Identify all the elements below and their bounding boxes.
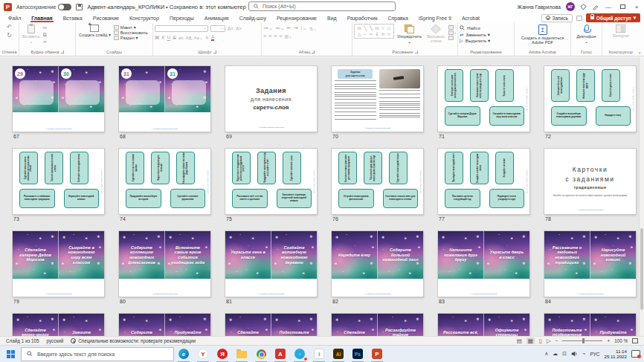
tab-transitions[interactable]: Переходы [164,13,199,22]
slide-thumbnail-80[interactable]: ❄•❄❄❄❄•❄••Соберите коллекцию новогодних … [119,231,210,297]
zoom-slider[interactable] [562,340,602,341]
pen-icon[interactable] [592,4,599,10]
slide-thumbnail-71[interactable]: Соберите коллекцию новогодних флексагоно… [438,66,529,132]
slide-thumbnail-72[interactable]: Соберите большой новогодний пазлНапишите… [544,66,636,132]
chrome-icon[interactable] [251,346,271,362]
designer-button[interactable]: Designer [611,24,631,39]
bullets-icon[interactable]: ≔⌄ [263,25,273,31]
replace-button[interactable]: ⇄Заменить ▾ [460,32,512,37]
language-indicator[interactable]: русский [47,338,64,343]
new-slide-button[interactable]: Создать слайд ▾ [77,24,112,38]
tab-draw[interactable]: Рисование [88,13,124,22]
format-painter-icon[interactable]: ⌯ [43,39,48,45]
share-button[interactable]: Общий доступ▾ [586,13,640,22]
yandex-browser-icon[interactable]: Я [213,346,232,362]
slide-thumbnail[interactable]: ❄•❄•❄❄❄❄••Сделайте открытки своими рукам… [225,314,317,336]
slide-sorter[interactable]: ❄•❄❄❄❄•❄••29❄•❄•❄❄•❄••30© Магазин педаго… [0,57,644,336]
text-direction-icon[interactable]: ⇅⌄ [309,26,317,31]
slide-thumbnail-79[interactable]: •❄❄•❄•❄❄•Сделайте галерею Дедов Морозов❄… [13,231,104,297]
powerpoint-app-icon[interactable]: P [4,3,12,11]
line-spacing-icon[interactable]: ↕⌄ [300,25,307,31]
avatar[interactable]: ЖГ [566,2,575,11]
increase-indent-icon[interactable]: ⇥ [294,25,298,31]
highlight-icon[interactable]: ✎ [205,35,209,40]
document-title[interactable]: Адвент-календарь_КРОЛИКИ • Сохранено в: … [87,4,245,10]
autosave-toggle[interactable] [58,4,71,10]
dialog-launcher-icon[interactable] [213,51,216,54]
font-name-combo[interactable] [155,25,208,32]
undo-icon[interactable]: ↶ [7,24,12,30]
slide-thumbnail-68[interactable]: ❄•❄•❄❄•❄••31❄•❄•❄❄❄❄••31© Магазин педаго… [119,66,210,132]
reading-view-icon[interactable]: ▯ [539,337,542,344]
vertical-scrollbar[interactable] [639,57,644,336]
cut-icon[interactable]: ✂ [43,25,48,31]
tab-help[interactable]: Справка [382,13,413,22]
char-spacing-icon[interactable]: АВ̲ [186,36,192,40]
justify-icon[interactable]: ≡ [279,33,282,39]
italic-icon[interactable]: К [161,35,164,40]
tab-view[interactable]: Вид [322,13,342,22]
slide-thumbnail-83[interactable]: ❄❄❄•❄•❄❄•Напишите пожелания друг другу•❄… [438,231,529,297]
onedrive-cloud-icon[interactable]: ☁ [553,351,558,357]
grow-font-icon[interactable]: А˄ [228,26,234,31]
strikethrough-icon[interactable]: S [173,35,176,40]
zoom-in-icon[interactable]: + [607,338,610,343]
columns-icon[interactable]: ▥⌄ [284,33,292,39]
record-button[interactable]: Запись [541,14,573,22]
slide-thumbnail-75[interactable]: Подготовьте поздравление учителям и сотр… [225,149,317,214]
ispring-icon[interactable]: i [309,346,329,362]
select-button[interactable]: ▷Выделить ▾ [460,38,512,43]
maximize-button[interactable] [618,4,627,10]
copy-icon[interactable]: ⧉ [43,32,48,38]
start-button[interactable] [0,346,21,362]
fit-to-window-icon[interactable] [632,338,638,343]
slide-thumbnail-67[interactable]: ❄•❄❄❄❄•❄••29❄•❄•❄❄•❄••30© Магазин педаго… [13,66,104,132]
slide-thumbnail[interactable]: ❄•❄❄❄❄•❄••Сделайте много-много снежинок … [13,314,104,336]
zoom-out-icon[interactable]: − [556,338,558,343]
dialog-launcher-icon[interactable] [312,51,315,54]
numbering-icon[interactable]: ≕⌄ [275,25,285,31]
align-center-icon[interactable]: ≡ [268,33,271,39]
slide-thumbnail-77[interactable]: Проведите новогодний квестТанцуйте и пой… [438,149,529,214]
slide-thumbnail-84[interactable]: •❄❄•❄•❄❄•Расскажите о любимых новогодних… [544,231,636,297]
minimize-button[interactable]: — [604,4,613,10]
comment-icon[interactable] [576,16,582,21]
slide-thumbnail-78[interactable]: Карточкис заданиямитрадиционныеНаклейте … [544,149,636,214]
usb-icon[interactable]: ⌁ [582,351,585,357]
security-icon[interactable]: ⊡ [562,351,567,357]
shape-effects-button[interactable]: Эффекты фигуры ▾ [448,36,456,40]
tab-acrobat[interactable]: Acrobat [457,13,485,22]
slideshow-view-icon[interactable]: ▷ [547,337,551,344]
normal-view-icon[interactable]: ▤ [517,337,522,344]
slide-thumbnail-74[interactable]: Сделайте открытки своими рукамиПодготовь… [119,149,210,214]
chat-app-icon[interactable]: ◦ [290,346,309,362]
taskbar-search[interactable]: Введите здесь текст для поиска [21,347,174,361]
align-left-icon[interactable]: ≡ [263,33,266,39]
tab-design[interactable]: Конструктор [124,13,164,22]
slide-thumbnail-76[interactable]: Составьте список фильмов для зимних праз… [332,149,423,214]
save-icon[interactable] [76,4,83,10]
close-button[interactable]: × [632,4,641,10]
tab-animations[interactable]: Анимация [199,13,234,22]
clock[interactable]: 11:14 25.11.2022 [604,349,627,359]
align-right-icon[interactable]: ≡ [274,33,277,39]
dialog-launcher-icon[interactable] [415,51,418,54]
tab-file[interactable]: Файл [3,13,26,22]
quick-styles-button[interactable]: Экспресс-стили [425,24,447,44]
powerpoint-icon[interactable]: P [367,346,387,362]
underline-icon[interactable]: Ч [167,35,170,40]
tab-review[interactable]: Рецензирование [271,13,322,22]
tray-expand-icon[interactable]: ∧ [544,351,548,357]
change-case-icon[interactable]: Аа⌄ [194,35,203,40]
reset-button[interactable]: Восстановить [114,30,148,35]
slide-thumbnail[interactable]: ❄•❄•❄❄•❄••Соберите новогодние венки❄•❄•❄… [119,314,210,336]
edge-icon[interactable]: e [174,346,193,362]
collapse-ribbon-icon[interactable]: ⌄ [637,49,642,55]
action-center-icon[interactable] [631,350,640,358]
gem-icon[interactable] [580,4,587,10]
slide-thumbnail[interactable]: ❄❄❄•❄•❄❄•Сделайте елочные украшения•❄❄•❄… [332,314,423,336]
shape-fill-button[interactable]: Заливка фигуры ▾ [448,25,456,30]
shrink-font-icon[interactable]: А˅ [236,26,242,31]
decrease-indent-icon[interactable]: ⇤ [287,25,292,31]
explorer-icon[interactable] [232,346,251,362]
